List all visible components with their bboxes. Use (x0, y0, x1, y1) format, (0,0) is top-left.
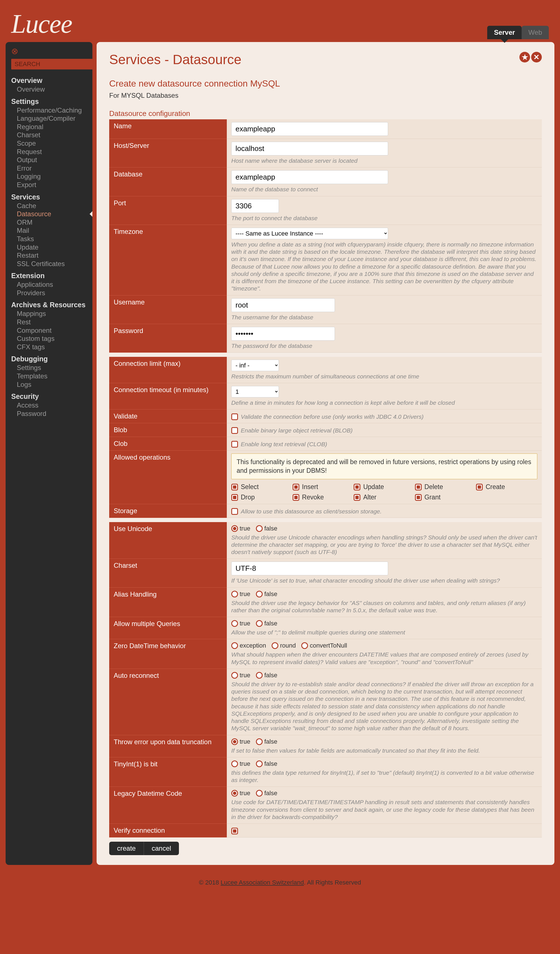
username-input[interactable] (231, 298, 335, 312)
op-checkbox[interactable] (354, 484, 360, 491)
nav-item[interactable]: Custom tags (11, 334, 87, 343)
tab-server[interactable]: Server (487, 26, 522, 39)
unicode-true[interactable] (231, 525, 238, 532)
nav-item[interactable]: Update (11, 243, 87, 251)
alias-false[interactable] (256, 591, 263, 597)
nav-item[interactable]: Error (11, 164, 87, 173)
name-input[interactable] (231, 122, 388, 136)
validate-checkbox[interactable] (231, 413, 238, 420)
nav-item[interactable]: Password (11, 410, 87, 418)
label-name: Name (109, 119, 227, 139)
deprecated-warning: This functionality is deprecated and wil… (231, 454, 537, 479)
trunc-false[interactable] (256, 738, 263, 745)
verify-checkbox[interactable] (231, 828, 238, 834)
nav-item[interactable]: Export (11, 181, 87, 189)
nav-item[interactable]: Performance/Caching (11, 106, 87, 115)
nav-item[interactable]: Tasks (11, 235, 87, 243)
op-checkbox[interactable] (476, 484, 483, 491)
database-input[interactable] (231, 170, 388, 184)
op-label: Alter (363, 494, 376, 501)
nav-head[interactable]: Archives & Resources (11, 299, 87, 310)
nav-item[interactable]: Mappings (11, 310, 87, 318)
form-table: Name Host/Server Host name where the dat… (109, 119, 542, 837)
nav-item[interactable]: Restart (11, 251, 87, 260)
password-input[interactable] (231, 327, 335, 341)
zero-opt[interactable] (272, 642, 278, 649)
nav-item[interactable]: Output (11, 156, 87, 164)
nav-head[interactable]: Extension (11, 270, 87, 281)
legacy-true[interactable] (231, 790, 238, 797)
footer-link[interactable]: Lucee Association Switzerland (221, 879, 304, 886)
host-input[interactable] (231, 142, 388, 156)
op-label: Update (363, 483, 384, 491)
nav-item[interactable]: Datasource (11, 210, 87, 218)
label-tiny: TinyInt(1) is bit (109, 757, 227, 787)
legacy-false[interactable] (256, 790, 263, 797)
cancel-button[interactable]: cancel (144, 842, 179, 855)
timezone-select[interactable]: ---- Same as Lucee Instance ---- (231, 228, 388, 239)
nav-head[interactable]: Overview (11, 75, 87, 85)
section-heading: Datasource configuration (109, 109, 542, 118)
nav-item[interactable]: Rest (11, 318, 87, 326)
nav-item[interactable]: Access (11, 401, 87, 410)
nav-item[interactable]: Providers (11, 289, 87, 297)
nav-item[interactable]: Logging (11, 172, 87, 181)
conn-limit-select[interactable]: - inf - (231, 360, 279, 371)
globe-icon: ⊗ (11, 47, 18, 56)
op-checkbox[interactable] (354, 494, 360, 501)
tiny-true[interactable] (231, 761, 238, 767)
nav-item[interactable]: CFX tags (11, 343, 87, 351)
multi-false[interactable] (256, 620, 263, 627)
op-checkbox[interactable] (292, 484, 299, 491)
op-checkbox[interactable] (415, 484, 422, 491)
nav-head[interactable]: Services (11, 191, 87, 202)
clob-checkbox[interactable] (231, 441, 238, 447)
op-checkbox[interactable] (231, 494, 238, 501)
label-legacy: Legacy Datetime Code (109, 787, 227, 824)
auto-true[interactable] (231, 672, 238, 679)
page-description: For MYSQL Databases (109, 92, 542, 100)
tab-web[interactable]: Web (522, 26, 549, 39)
trunc-true[interactable] (231, 738, 238, 745)
nav-head[interactable]: Debugging (11, 353, 87, 363)
nav-item[interactable]: Mail (11, 226, 87, 235)
unicode-false[interactable] (256, 525, 263, 532)
nav-head[interactable]: Settings (11, 96, 87, 106)
nav-item[interactable]: Component (11, 326, 87, 335)
nav-item[interactable]: Settings (11, 363, 87, 372)
close-icon[interactable]: ✕ (531, 52, 542, 62)
nav-item[interactable]: Scope (11, 139, 87, 148)
op-checkbox[interactable] (415, 494, 422, 501)
nav-item[interactable]: ORM (11, 218, 87, 227)
label-storage: Storage (109, 504, 227, 518)
conn-timeout-select[interactable]: 1 (231, 386, 279, 398)
nav-item[interactable]: SSL Certificates (11, 260, 87, 268)
nav-item[interactable]: Cache (11, 202, 87, 210)
nav-item[interactable]: Regional (11, 123, 87, 131)
op-checkbox[interactable] (292, 494, 299, 501)
nav-item[interactable]: Templates (11, 372, 87, 380)
port-input[interactable] (231, 199, 279, 213)
blob-checkbox[interactable] (231, 427, 238, 434)
charset-input[interactable] (231, 561, 388, 575)
nav-item[interactable]: Charset (11, 131, 87, 139)
hint: What should happen when the driver encou… (231, 651, 537, 666)
nav-item[interactable]: Language/Compiler (11, 114, 87, 123)
auto-false[interactable] (256, 672, 263, 679)
op-checkbox[interactable] (231, 484, 238, 491)
create-button[interactable]: create (109, 842, 144, 855)
search-input[interactable] (11, 59, 95, 69)
storage-checkbox[interactable] (231, 508, 238, 515)
multi-true[interactable] (231, 620, 238, 627)
tiny-false[interactable] (256, 761, 263, 767)
nav-item[interactable]: Logs (11, 380, 87, 389)
nav-item[interactable]: Overview (11, 85, 87, 94)
op-label: Delete (425, 483, 443, 491)
nav-head[interactable]: Security (11, 391, 87, 401)
nav-item[interactable]: Applications (11, 281, 87, 289)
zero-opt[interactable] (231, 642, 238, 649)
favorite-icon[interactable]: ★ (520, 52, 530, 62)
nav-item[interactable]: Request (11, 148, 87, 156)
alias-true[interactable] (231, 591, 238, 597)
zero-opt[interactable] (301, 642, 308, 649)
